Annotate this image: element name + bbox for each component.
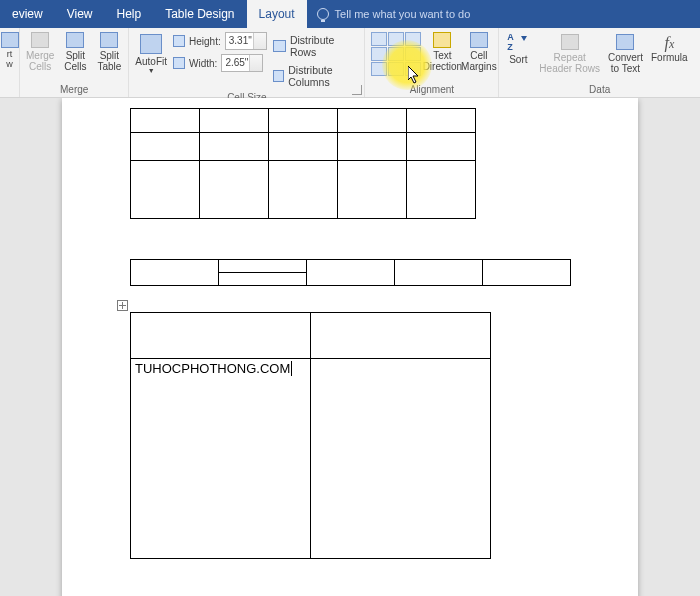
cell-text[interactable]: TUHOCPHOTHONG.COM bbox=[135, 361, 292, 376]
lightbulb-icon bbox=[317, 8, 329, 20]
convert-text-icon bbox=[616, 34, 634, 50]
group-cell-size: AutoFit ▼ Height: 3.31" Width: 2.65" bbox=[129, 28, 365, 97]
split-cells-icon bbox=[66, 32, 84, 48]
repeat-header-icon bbox=[561, 34, 579, 50]
insert-label: rt w bbox=[6, 50, 13, 70]
convert-to-text-button[interactable]: Convert to Text bbox=[604, 32, 647, 76]
table-row[interactable] bbox=[131, 260, 571, 273]
height-icon bbox=[173, 35, 185, 47]
width-icon bbox=[173, 57, 185, 69]
group-alignment: Text Direction Cell Margins Alignment bbox=[365, 28, 499, 97]
height-input[interactable]: 3.31" bbox=[225, 32, 267, 50]
ribbon-tab-strip: eview View Help Table Design Layout Tell… bbox=[0, 0, 700, 28]
distribute-columns-icon bbox=[273, 70, 284, 82]
formula-label: Formula bbox=[651, 52, 688, 63]
cell-margins-icon bbox=[470, 32, 488, 48]
ribbon: rt w Merge Cells Split Cells Split Table… bbox=[0, 28, 700, 98]
autofit-label: AutoFit bbox=[135, 56, 167, 67]
table-2[interactable] bbox=[130, 259, 571, 286]
group-merge-label: Merge bbox=[22, 82, 126, 97]
align-top-center[interactable] bbox=[388, 32, 404, 46]
tell-me-search[interactable]: Tell me what you want to do bbox=[307, 0, 471, 28]
distribute-rows-label: Distribute Rows bbox=[290, 34, 358, 58]
group-insert-partial: rt w bbox=[0, 28, 20, 97]
text-direction-icon bbox=[433, 32, 451, 48]
tab-help[interactable]: Help bbox=[104, 0, 153, 28]
split-table-icon bbox=[100, 32, 118, 48]
table-row[interactable] bbox=[131, 109, 476, 133]
group-merge: Merge Cells Split Cells Split Table Merg… bbox=[20, 28, 129, 97]
table-move-handle[interactable] bbox=[117, 300, 128, 311]
tab-layout[interactable]: Layout bbox=[247, 0, 307, 28]
text-direction-button[interactable]: Text Direction bbox=[423, 30, 461, 82]
insert-icon bbox=[1, 32, 19, 48]
text-direction-label: Text Direction bbox=[423, 50, 462, 72]
width-input[interactable]: 2.65" bbox=[221, 54, 263, 72]
tab-review[interactable]: eview bbox=[0, 0, 55, 28]
tab-table-design[interactable]: Table Design bbox=[153, 0, 246, 28]
align-bottom-left[interactable] bbox=[371, 62, 387, 76]
distribute-rows-icon bbox=[273, 40, 286, 52]
table-1[interactable] bbox=[130, 108, 476, 219]
table-row[interactable] bbox=[131, 161, 476, 219]
sort-icon bbox=[507, 34, 529, 52]
align-middle-right[interactable] bbox=[405, 47, 421, 61]
cell-margins-label: Cell Margins bbox=[461, 50, 497, 72]
insert-row-button[interactable]: rt w bbox=[2, 30, 17, 72]
height-label: Height: bbox=[189, 36, 221, 47]
autofit-icon bbox=[140, 34, 162, 54]
autofit-button[interactable]: AutoFit ▼ bbox=[135, 32, 167, 88]
width-label: Width: bbox=[189, 58, 217, 69]
distribute-rows-button[interactable]: Distribute Rows bbox=[273, 34, 359, 58]
split-cells-button[interactable]: Split Cells bbox=[58, 30, 92, 74]
group-data: Sort Repeat Header Rows Convert to Text … bbox=[499, 28, 700, 97]
convert-text-label: Convert to Text bbox=[608, 52, 643, 74]
distribute-columns-label: Distribute Columns bbox=[288, 64, 358, 88]
group-alignment-label: Alignment bbox=[367, 82, 496, 97]
table-row[interactable] bbox=[131, 133, 476, 161]
split-cells-label: Split Cells bbox=[64, 50, 86, 72]
repeat-header-rows-button[interactable]: Repeat Header Rows bbox=[535, 32, 604, 76]
merge-cells-button[interactable]: Merge Cells bbox=[22, 30, 58, 74]
align-top-right[interactable] bbox=[405, 32, 421, 46]
align-middle-left[interactable] bbox=[371, 47, 387, 61]
table-row[interactable] bbox=[131, 313, 491, 359]
table-row[interactable]: TUHOCPHOTHONG.COM bbox=[131, 359, 491, 559]
align-middle-center[interactable] bbox=[388, 47, 404, 61]
alignment-grid bbox=[367, 30, 423, 82]
group-data-label: Data bbox=[501, 82, 698, 97]
repeat-header-label: Repeat Header Rows bbox=[539, 52, 600, 74]
sort-button[interactable]: Sort bbox=[501, 32, 535, 76]
merge-cells-icon bbox=[31, 32, 49, 48]
document-canvas: TUHOCPHOTHONG.COM bbox=[0, 98, 700, 596]
align-bottom-center[interactable] bbox=[388, 62, 404, 76]
sort-label: Sort bbox=[509, 54, 527, 65]
formula-icon: fx bbox=[664, 34, 674, 52]
merge-cells-label: Merge Cells bbox=[26, 50, 54, 72]
tell-me-placeholder: Tell me what you want to do bbox=[335, 8, 471, 20]
page[interactable]: TUHOCPHOTHONG.COM bbox=[62, 98, 638, 596]
split-table-button[interactable]: Split Table bbox=[92, 30, 126, 74]
align-bottom-right[interactable] bbox=[405, 62, 421, 76]
cell-size-launcher[interactable] bbox=[352, 85, 362, 95]
cell-margins-button[interactable]: Cell Margins bbox=[461, 30, 496, 82]
distribute-columns-button[interactable]: Distribute Columns bbox=[273, 64, 359, 88]
align-top-left[interactable] bbox=[371, 32, 387, 46]
split-table-label: Split Table bbox=[97, 50, 121, 72]
formula-button[interactable]: fx Formula bbox=[647, 32, 692, 76]
table-3[interactable]: TUHOCPHOTHONG.COM bbox=[130, 312, 491, 559]
tab-view[interactable]: View bbox=[55, 0, 105, 28]
